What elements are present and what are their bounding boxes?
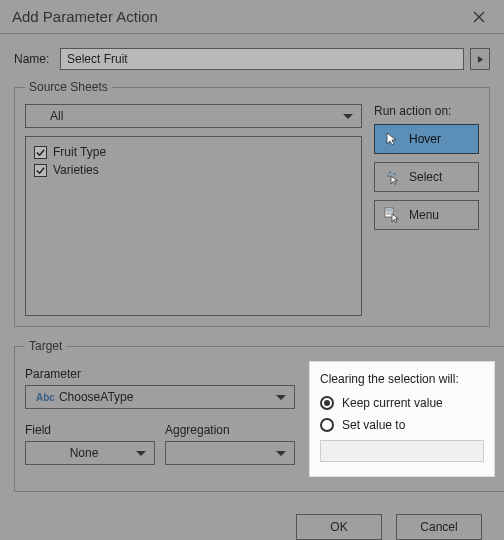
target-group: Target Parameter Abc ChooseAType Field N… <box>14 339 504 492</box>
parameter-label: Parameter <box>25 367 295 381</box>
svg-point-5 <box>387 175 389 177</box>
list-item[interactable]: Varieties <box>34 161 353 179</box>
radio-keep-current[interactable]: Keep current value <box>320 392 484 414</box>
chevron-down-icon <box>276 395 286 400</box>
run-hover-label: Hover <box>409 132 441 146</box>
title-bar: Add Parameter Action <box>0 0 504 34</box>
svg-point-3 <box>389 171 391 173</box>
run-hover-button[interactable]: Hover <box>374 124 479 154</box>
abc-type-icon: Abc <box>36 392 55 403</box>
dialog-title: Add Parameter Action <box>12 8 462 25</box>
field-dropdown[interactable]: None <box>25 441 155 465</box>
sheets-dropdown-text: All <box>50 109 337 123</box>
list-item-label: Varieties <box>53 163 99 177</box>
source-sheets-group: Source Sheets All Fruit Type <box>14 80 490 327</box>
run-menu-button[interactable]: Menu <box>374 200 479 230</box>
sheets-dropdown[interactable]: All <box>25 104 362 128</box>
triangle-right-icon <box>477 55 484 64</box>
set-value-input[interactable] <box>320 440 484 462</box>
radio-setto-label: Set value to <box>342 418 405 432</box>
chevron-down-icon <box>136 451 146 456</box>
chevron-down-icon <box>343 114 353 119</box>
radio-unchecked-icon <box>320 418 334 432</box>
radio-checked-icon <box>320 396 334 410</box>
parameter-dropdown-text: ChooseAType <box>59 390 286 404</box>
cursor-select-icon <box>383 168 401 186</box>
svg-marker-2 <box>477 56 482 63</box>
field-dropdown-text: None <box>38 446 130 460</box>
svg-point-4 <box>393 173 395 175</box>
name-label: Name: <box>14 52 54 66</box>
run-menu-label: Menu <box>409 208 439 222</box>
run-action-label: Run action on: <box>374 104 479 118</box>
cancel-button-label: Cancel <box>420 520 457 534</box>
parameter-dropdown[interactable]: Abc ChooseAType <box>25 385 295 409</box>
ok-button-label: OK <box>330 520 347 534</box>
run-select-button[interactable]: Select <box>374 162 479 192</box>
target-legend: Target <box>25 339 66 353</box>
checkbox-checked-icon[interactable] <box>34 164 47 177</box>
cursor-hover-icon <box>383 130 401 148</box>
add-parameter-action-dialog: Add Parameter Action Name: Source Sheets <box>0 0 504 540</box>
close-button[interactable] <box>462 2 496 32</box>
name-menu-button[interactable] <box>470 48 490 70</box>
cancel-button[interactable]: Cancel <box>396 514 482 540</box>
close-icon <box>473 11 485 23</box>
radio-keep-label: Keep current value <box>342 396 443 410</box>
source-sheets-legend: Source Sheets <box>25 80 112 94</box>
list-item-label: Fruit Type <box>53 145 106 159</box>
clearing-panel: Clearing the selection will: Keep curren… <box>309 361 495 477</box>
cursor-menu-icon <box>383 206 401 224</box>
list-item[interactable]: Fruit Type <box>34 143 353 161</box>
run-select-label: Select <box>409 170 442 184</box>
checkbox-checked-icon[interactable] <box>34 146 47 159</box>
ok-button[interactable]: OK <box>296 514 382 540</box>
field-label: Field <box>25 423 155 437</box>
aggregation-label: Aggregation <box>165 423 295 437</box>
clearing-heading: Clearing the selection will: <box>320 372 484 386</box>
name-input[interactable] <box>60 48 464 70</box>
sheets-list: Fruit Type Varieties <box>25 136 362 316</box>
aggregation-dropdown[interactable] <box>165 441 295 465</box>
radio-set-value[interactable]: Set value to <box>320 414 484 436</box>
chevron-down-icon <box>276 451 286 456</box>
